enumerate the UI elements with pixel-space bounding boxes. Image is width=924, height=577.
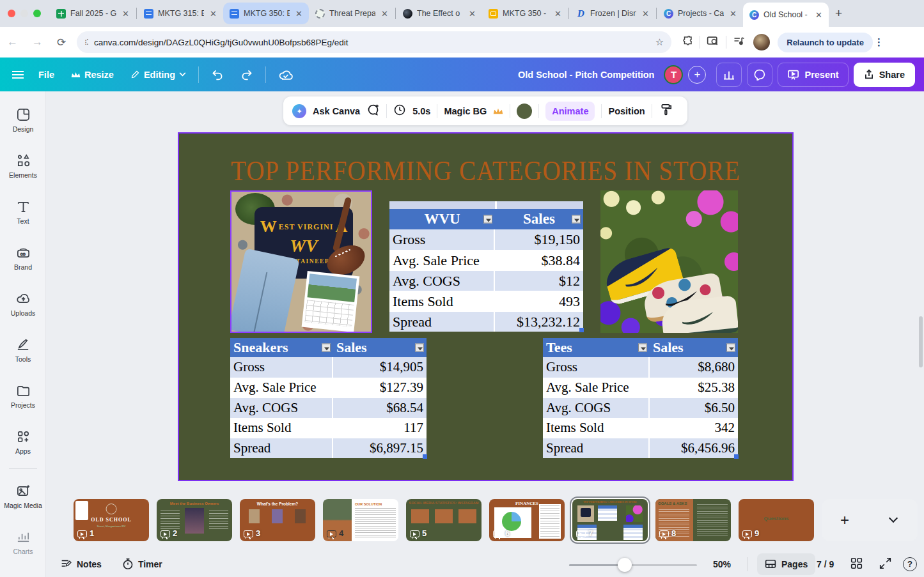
sidebar-item-tools[interactable]: Tools xyxy=(0,330,46,370)
pages-view-button[interactable]: Pages xyxy=(757,553,815,575)
tab-frozen-disney[interactable]: D Frozen | Disn ✕ xyxy=(570,3,655,24)
close-tab-icon[interactable]: ✕ xyxy=(814,10,824,20)
magic-bg-button[interactable]: Magic BG xyxy=(444,106,487,116)
maximize-window-button[interactable] xyxy=(33,10,41,17)
tab-old-school-active[interactable]: C Old School - ✕ xyxy=(743,3,829,27)
browser-profile-avatar[interactable] xyxy=(753,34,770,50)
fullscreen-button[interactable] xyxy=(879,557,891,571)
tab-threat-prep[interactable]: Threat Prepa ✕ xyxy=(309,3,395,24)
page-thumbnail-3[interactable]: What's the Problem? 3 xyxy=(240,499,315,541)
close-tab-icon[interactable]: ✕ xyxy=(294,9,304,19)
page-thumbnail-1[interactable]: OLD SCHOOL Street, Morgantown WV 1 xyxy=(74,499,149,541)
redo-button[interactable] xyxy=(232,69,262,81)
zoom-level[interactable]: 50% xyxy=(713,559,731,569)
sidebar-item-projects[interactable]: Projects xyxy=(0,376,46,416)
page-thumbnail-9[interactable]: Questions 9 xyxy=(739,499,814,541)
tab-the-effect[interactable]: The Effect o ✕ xyxy=(396,3,482,24)
table-sneakers[interactable]: Sneakers Sales Gross$14,905 Avg. Sale Pr… xyxy=(230,338,427,458)
background-color-swatch[interactable] xyxy=(517,104,532,119)
site-info-icon[interactable]: ⁝⁚ xyxy=(84,38,88,47)
filter-dropdown-icon[interactable] xyxy=(726,344,735,352)
insights-button[interactable] xyxy=(716,63,742,87)
page-thumbnail-5[interactable]: SOCIAL MEDIA STATISTICS: INSTAGRAM 5 xyxy=(406,499,482,541)
add-page-button[interactable]: + xyxy=(840,511,849,529)
collapse-filmstrip-chevron-icon[interactable] xyxy=(889,514,898,523)
duration-value[interactable]: 5.0s xyxy=(412,106,430,116)
cloud-save-status[interactable] xyxy=(270,68,302,81)
sidebar-item-design[interactable]: Design xyxy=(0,100,46,140)
forward-button[interactable]: → xyxy=(25,36,50,49)
close-tab-icon[interactable]: ✕ xyxy=(641,9,650,19)
position-button[interactable]: Position xyxy=(608,106,645,116)
resize-button[interactable]: Resize xyxy=(63,70,122,80)
help-button[interactable]: ? xyxy=(903,557,917,571)
tab-projects-canva[interactable]: C Projects - Ca ✕ xyxy=(657,3,743,24)
sidebar-item-magic-media[interactable]: Magic Media xyxy=(0,477,46,516)
table-tees[interactable]: Tees Sales Gross$8,680 Avg. Sale Price$2… xyxy=(543,338,738,458)
table-resize-handle[interactable] xyxy=(734,454,739,459)
filter-dropdown-icon[interactable] xyxy=(415,344,424,352)
ask-canva-button[interactable]: Ask Canva xyxy=(313,106,360,116)
hamburger-menu-icon[interactable] xyxy=(12,71,24,79)
sidebar-item-brand[interactable]: co Brand xyxy=(0,238,46,278)
sidebar-item-apps[interactable]: Apps xyxy=(0,422,46,462)
filter-dropdown-icon[interactable] xyxy=(322,344,331,352)
reload-button[interactable]: ⟳ xyxy=(50,36,73,49)
close-window-button[interactable] xyxy=(8,10,15,17)
undo-button[interactable] xyxy=(203,69,232,81)
duration-clock-icon[interactable] xyxy=(393,104,406,118)
slide-canvas-page-7[interactable]: TOP PERFORMING CATEGORIES IN STORE W EST… xyxy=(178,132,794,481)
relaunch-to-update-button[interactable]: Relaunch to update xyxy=(778,33,873,52)
table-resize-handle[interactable] xyxy=(579,328,584,332)
page-thumbnail-6[interactable]: FINANCES 6 xyxy=(489,499,565,541)
back-button[interactable]: ← xyxy=(0,36,25,49)
add-comment-icon[interactable] xyxy=(366,104,380,118)
close-tab-icon[interactable]: ✕ xyxy=(121,9,130,19)
sidebar-item-elements[interactable]: Elements xyxy=(0,146,46,186)
tab-mktg-315[interactable]: MKTG 315: E ✕ xyxy=(137,3,223,24)
sneakers-photo[interactable] xyxy=(600,190,738,333)
extensions-puzzle-icon[interactable] xyxy=(682,35,693,49)
table-resize-handle[interactable] xyxy=(423,454,427,459)
media-controls-icon[interactable] xyxy=(733,36,746,49)
minimize-window-button[interactable] xyxy=(20,10,28,17)
close-tab-icon[interactable]: ✕ xyxy=(380,9,389,19)
design-title[interactable]: Old School - Pitch Competition xyxy=(518,58,654,91)
page-thumbnail-8[interactable]: GOALS & ASKS 8 xyxy=(655,499,731,541)
bookmark-star-icon[interactable]: ☆ xyxy=(655,36,664,48)
page-thumbnail-7-current[interactable]: TOP PERFORMING CATEGORIES IN STORE 7 xyxy=(572,499,648,541)
zoom-slider[interactable] xyxy=(569,564,697,566)
address-bar[interactable]: ⁝⁚ canva.com/design/DAGzL0QHiGg/tjGu0vwu… xyxy=(77,31,671,53)
tab-mktg-350-slides[interactable]: MKTG 350 - ✕ xyxy=(482,3,568,24)
editing-mode-dropdown[interactable]: Editing xyxy=(122,70,194,80)
page-thumbnail-2[interactable]: Meet the Business Owners 2 xyxy=(157,499,232,541)
paint-roller-icon[interactable] xyxy=(659,104,672,118)
sidebar-item-text[interactable]: Text xyxy=(0,192,46,232)
sidebar-item-charts[interactable]: Charts xyxy=(0,523,46,562)
share-button[interactable]: Share xyxy=(854,63,915,87)
tab-fall-2025[interactable]: Fall 2025 - G ✕ xyxy=(50,3,136,24)
close-tab-icon[interactable]: ✕ xyxy=(728,9,738,19)
filter-dropdown-icon[interactable] xyxy=(638,344,647,352)
comments-button[interactable] xyxy=(747,63,772,87)
grid-view-button[interactable] xyxy=(850,557,863,571)
page-thumbnail-4[interactable]: OUR SOLUTION 4 xyxy=(323,499,398,541)
animate-button[interactable]: Animate xyxy=(545,102,595,121)
table-wvu[interactable]: WVU Sales Gross$19,150 Avg. Sale Price$3… xyxy=(389,201,583,332)
notes-button[interactable]: Notes xyxy=(60,558,102,570)
timer-button[interactable]: Timer xyxy=(122,558,162,570)
present-button[interactable]: Present xyxy=(778,63,848,87)
filter-dropdown-icon[interactable] xyxy=(572,215,581,224)
sidebar-item-uploads[interactable]: Uploads xyxy=(0,284,46,324)
file-menu[interactable]: File xyxy=(30,70,63,80)
close-tab-icon[interactable]: ✕ xyxy=(208,9,218,19)
zoom-slider-thumb[interactable] xyxy=(618,558,632,572)
tab-search-icon[interactable] xyxy=(707,35,719,49)
tab-mktg-350-doc[interactable]: MKTG 350: E ✕ xyxy=(223,3,309,24)
filter-dropdown-icon[interactable] xyxy=(483,215,492,224)
close-tab-icon[interactable]: ✕ xyxy=(467,9,477,19)
new-tab-button[interactable]: + xyxy=(835,6,842,20)
url-text[interactable]: canva.com/design/DAGzL0QHiGg/tjGu0vwuhU0… xyxy=(94,38,650,47)
vertical-scrollbar[interactable] xyxy=(919,316,923,367)
user-avatar[interactable]: T xyxy=(664,65,683,84)
